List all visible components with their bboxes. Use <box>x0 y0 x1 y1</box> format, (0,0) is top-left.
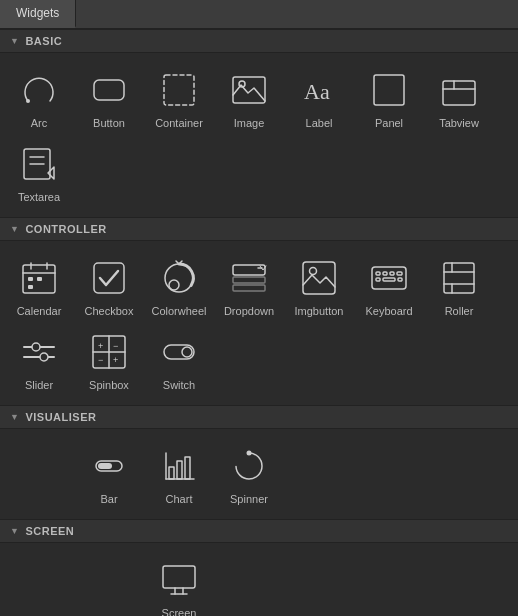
arc-label: Arc <box>31 117 48 129</box>
svg-rect-38 <box>398 278 402 281</box>
arrow-visualiser-icon: ▼ <box>10 412 19 422</box>
widget-button[interactable]: Button <box>74 61 144 135</box>
svg-rect-33 <box>383 272 387 275</box>
widget-keyboard[interactable]: Keyboard <box>354 249 424 323</box>
section-visualiser-label: VISUALISER <box>25 411 96 423</box>
widget-panel[interactable]: Panel <box>354 61 424 135</box>
svg-rect-7 <box>443 81 475 105</box>
svg-rect-36 <box>376 278 380 281</box>
widget-image[interactable]: Image <box>214 61 284 135</box>
svg-rect-58 <box>98 463 112 469</box>
widget-bar[interactable]: Bar <box>74 437 144 511</box>
calendar-label: Calendar <box>17 305 62 317</box>
chart-label: Chart <box>166 493 193 505</box>
spinbox-label: Spinbox <box>89 379 129 391</box>
svg-rect-35 <box>397 272 402 275</box>
svg-rect-27 <box>233 285 265 291</box>
arrow-controller-icon: ▼ <box>10 224 19 234</box>
label-icon: Aa <box>296 67 342 113</box>
controller-grid: Calendar Checkbox Colorwheel <box>0 241 518 405</box>
svg-rect-19 <box>28 285 33 289</box>
widget-tabview[interactable]: Tabview <box>424 61 494 135</box>
svg-point-65 <box>247 451 252 456</box>
tab-widgets[interactable]: Widgets <box>0 0 76 28</box>
widget-imgbutton[interactable]: Imgbutton <box>284 249 354 323</box>
svg-rect-66 <box>163 566 195 588</box>
svg-rect-61 <box>169 467 174 479</box>
tabview-label: Tabview <box>439 117 479 129</box>
widget-chart[interactable]: Chart <box>144 437 214 511</box>
section-screen-label: SCREEN <box>25 525 74 537</box>
widget-spinner[interactable]: Spinner <box>214 437 284 511</box>
widget-container[interactable]: Container <box>144 61 214 135</box>
colorwheel-label: Colorwheel <box>151 305 206 317</box>
screen-icon <box>156 557 202 603</box>
spinner-icon <box>226 443 272 489</box>
roller-icon <box>436 255 482 301</box>
section-controller-label: CONTROLLER <box>25 223 106 235</box>
svg-text:+: + <box>113 355 118 365</box>
button-label: Button <box>93 117 125 129</box>
container-icon <box>156 67 202 113</box>
widget-checkbox[interactable]: Checkbox <box>74 249 144 323</box>
textarea-icon <box>16 141 62 187</box>
screen-grid: Screen <box>0 543 518 616</box>
svg-rect-37 <box>383 278 395 281</box>
section-screen[interactable]: ▼ SCREEN <box>0 519 518 543</box>
slider-icon <box>16 329 62 375</box>
label-label: Label <box>306 117 333 129</box>
roller-label: Roller <box>445 305 474 317</box>
widget-calendar[interactable]: Calendar <box>4 249 74 323</box>
svg-rect-2 <box>164 75 194 105</box>
section-basic-label: BASIC <box>25 35 62 47</box>
container-label: Container <box>155 117 203 129</box>
widget-dropdown[interactable]: Dropdown <box>214 249 284 323</box>
calendar-icon <box>16 255 62 301</box>
svg-rect-6 <box>374 75 404 105</box>
image-label: Image <box>234 117 265 129</box>
svg-rect-63 <box>185 457 190 479</box>
svg-text:+: + <box>98 341 103 351</box>
colorwheel-icon <box>156 255 202 301</box>
svg-text:−: − <box>98 355 103 365</box>
svg-rect-39 <box>444 263 474 293</box>
keyboard-label: Keyboard <box>365 305 412 317</box>
section-controller[interactable]: ▼ CONTROLLER <box>0 217 518 241</box>
chart-icon <box>156 443 202 489</box>
widget-label[interactable]: Aa Label <box>284 61 354 135</box>
image-icon <box>226 67 272 113</box>
widget-slider[interactable]: Slider <box>4 323 74 397</box>
bar-icon <box>86 443 132 489</box>
panel-icon <box>366 67 412 113</box>
section-visualiser[interactable]: ▼ VISUALISER <box>0 405 518 429</box>
widget-colorwheel[interactable]: Colorwheel <box>144 249 214 323</box>
panel-label: Panel <box>375 117 403 129</box>
svg-rect-32 <box>376 272 380 275</box>
svg-point-47 <box>40 353 48 361</box>
svg-point-56 <box>182 347 192 357</box>
svg-rect-18 <box>37 277 42 281</box>
svg-point-0 <box>26 99 30 103</box>
tabview-icon <box>436 67 482 113</box>
widget-roller[interactable]: Roller <box>424 249 494 323</box>
checkbox-icon <box>86 255 132 301</box>
section-basic[interactable]: ▼ BASIC <box>0 29 518 53</box>
widget-switch[interactable]: Switch <box>144 323 214 397</box>
widget-screen[interactable]: Screen <box>144 551 214 616</box>
svg-rect-17 <box>28 277 33 281</box>
tab-bar: Widgets <box>0 0 518 29</box>
slider-label: Slider <box>25 379 53 391</box>
switch-label: Switch <box>163 379 195 391</box>
arrow-icon: ▼ <box>10 36 19 46</box>
imgbutton-icon <box>296 255 342 301</box>
imgbutton-label: Imgbutton <box>295 305 344 317</box>
widget-spinbox[interactable]: + − − + Spinbox <box>74 323 144 397</box>
visualiser-grid: Bar Chart Spinner <box>0 429 518 519</box>
svg-text:Aa: Aa <box>304 79 330 104</box>
svg-point-22 <box>169 280 179 290</box>
svg-text:−: − <box>113 341 118 351</box>
svg-rect-34 <box>390 272 394 275</box>
keyboard-icon <box>366 255 412 301</box>
widget-arc[interactable]: Arc <box>4 61 74 135</box>
widget-textarea[interactable]: Textarea <box>4 135 74 209</box>
